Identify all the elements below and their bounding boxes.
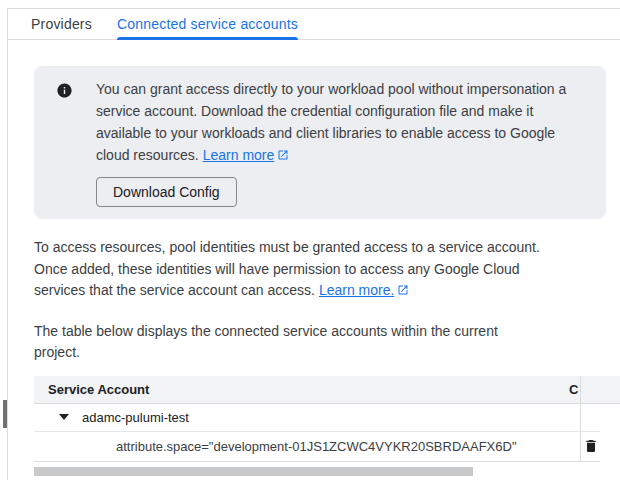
description-line: The table below displays the connected s… [34, 321, 620, 343]
pool-access-description: To access resources, pool identities mus… [34, 237, 620, 303]
tab-connected-service-accounts[interactable]: Connected service accounts [117, 9, 298, 39]
learn-more-link-2[interactable]: Learn more. [319, 282, 394, 298]
table-header-row: Service Account C [34, 376, 620, 404]
delete-trash-icon[interactable] [583, 438, 599, 454]
service-account-name: adamc-pulumi-test [82, 410, 189, 425]
tab-bar: Providers Connected service accounts [8, 8, 620, 40]
info-banner-text: You can grant access directly to your wo… [96, 78, 582, 167]
attribute-value: attribute.space="development-01JS1ZCWC4V… [116, 439, 517, 454]
info-banner: You can grant access directly to your wo… [34, 66, 606, 219]
download-config-button[interactable]: Download Config [96, 177, 237, 207]
vertical-scrollbar-thumb[interactable] [3, 400, 7, 428]
page-content: Providers Connected service accounts You… [7, 8, 620, 480]
table-description: The table below displays the connected s… [34, 321, 620, 364]
open-in-new-icon[interactable] [397, 283, 409, 299]
column-divider [580, 376, 581, 461]
tab-providers[interactable]: Providers [31, 9, 92, 39]
horizontal-scrollbar-track [34, 467, 600, 476]
info-text-line: available to your workloads and client l… [96, 122, 582, 144]
info-icon [56, 82, 73, 99]
column-header-service-account: Service Account [48, 382, 149, 397]
description-line: Once added, these identities will have p… [34, 259, 620, 281]
description-line: To access resources, pool identities mus… [34, 237, 620, 259]
open-in-new-icon[interactable] [277, 148, 289, 164]
description-line: project. [34, 342, 620, 364]
horizontal-scrollbar-thumb[interactable] [34, 467, 473, 476]
info-text-line: service account. Download the credential… [96, 100, 582, 122]
service-accounts-table: Service Account C adamc-pulumi-test attr… [34, 376, 600, 462]
column-header-truncated: C [569, 382, 578, 397]
info-text-line: You can grant access directly to your wo… [96, 78, 582, 100]
table-row-attribute: attribute.space="development-01JS1ZCWC4V… [34, 432, 600, 461]
table-row-service-account-group[interactable]: adamc-pulumi-test [34, 404, 600, 432]
description-line: services that the service account can ac… [34, 282, 315, 298]
learn-more-link[interactable]: Learn more [203, 147, 275, 163]
expander-triangle-down-icon[interactable] [59, 414, 69, 420]
info-text-line: cloud resources. [96, 147, 199, 163]
